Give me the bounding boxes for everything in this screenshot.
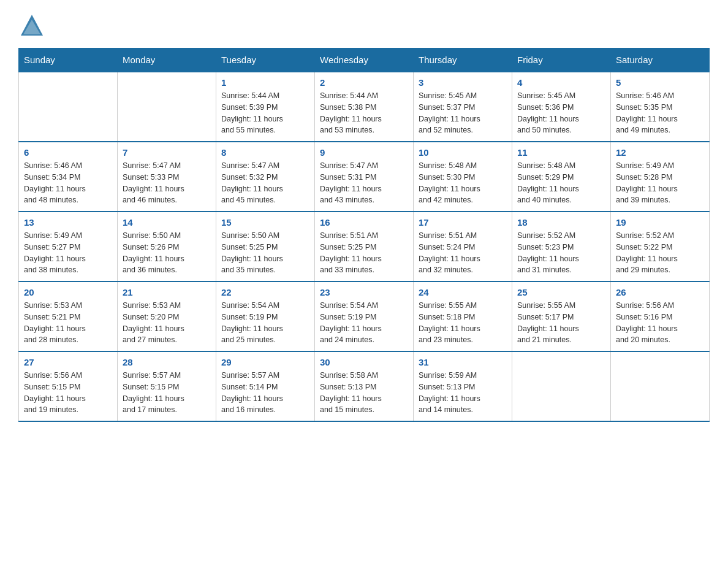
day-number: 19 <box>616 217 704 228</box>
day-number: 24 <box>419 287 507 297</box>
calendar-cell: 22Sunrise: 5:54 AM Sunset: 5:19 PM Dayli… <box>216 282 315 351</box>
calendar-week-2: 6Sunrise: 5:46 AM Sunset: 5:34 PM Daylig… <box>19 142 710 212</box>
day-info: Sunrise: 5:57 AM Sunset: 5:15 PM Dayligh… <box>123 370 211 416</box>
weekday-header-thursday: Thursday <box>414 48 512 72</box>
calendar-cell: 7Sunrise: 5:47 AM Sunset: 5:33 PM Daylig… <box>118 142 216 212</box>
calendar-cell <box>118 72 216 142</box>
calendar-cell <box>19 72 118 142</box>
calendar-cell <box>611 351 710 421</box>
day-number: 4 <box>517 77 605 88</box>
day-info: Sunrise: 5:50 AM Sunset: 5:25 PM Dayligh… <box>221 230 309 276</box>
day-info: Sunrise: 5:45 AM Sunset: 5:37 PM Dayligh… <box>419 90 507 136</box>
calendar-cell: 4Sunrise: 5:45 AM Sunset: 5:36 PM Daylig… <box>512 72 611 142</box>
calendar-cell: 29Sunrise: 5:57 AM Sunset: 5:14 PM Dayli… <box>216 351 315 421</box>
day-number: 8 <box>221 147 309 158</box>
day-number: 13 <box>24 217 112 228</box>
calendar-cell: 30Sunrise: 5:58 AM Sunset: 5:13 PM Dayli… <box>315 351 414 421</box>
calendar-cell: 15Sunrise: 5:50 AM Sunset: 5:25 PM Dayli… <box>216 212 315 282</box>
calendar-cell: 16Sunrise: 5:51 AM Sunset: 5:25 PM Dayli… <box>315 212 414 282</box>
day-info: Sunrise: 5:56 AM Sunset: 5:16 PM Dayligh… <box>616 300 704 346</box>
day-number: 25 <box>517 287 605 297</box>
calendar-week-5: 27Sunrise: 5:56 AM Sunset: 5:15 PM Dayli… <box>19 351 710 421</box>
weekday-header-friday: Friday <box>512 48 611 72</box>
day-number: 3 <box>419 77 507 88</box>
day-number: 12 <box>616 147 704 158</box>
day-info: Sunrise: 5:45 AM Sunset: 5:36 PM Dayligh… <box>517 90 605 136</box>
day-number: 10 <box>419 147 507 158</box>
day-info: Sunrise: 5:49 AM Sunset: 5:28 PM Dayligh… <box>616 160 704 206</box>
day-info: Sunrise: 5:58 AM Sunset: 5:13 PM Dayligh… <box>320 370 408 416</box>
day-number: 9 <box>320 147 408 158</box>
page-header <box>18 12 710 42</box>
calendar-cell: 8Sunrise: 5:47 AM Sunset: 5:32 PM Daylig… <box>216 142 315 212</box>
day-info: Sunrise: 5:53 AM Sunset: 5:20 PM Dayligh… <box>123 300 211 346</box>
day-info: Sunrise: 5:54 AM Sunset: 5:19 PM Dayligh… <box>221 300 309 346</box>
day-info: Sunrise: 5:52 AM Sunset: 5:22 PM Dayligh… <box>616 230 704 276</box>
day-number: 14 <box>123 217 211 228</box>
day-number: 7 <box>123 147 211 158</box>
calendar-cell: 9Sunrise: 5:47 AM Sunset: 5:31 PM Daylig… <box>315 142 414 212</box>
day-number: 23 <box>320 287 408 297</box>
calendar-cell: 23Sunrise: 5:54 AM Sunset: 5:19 PM Dayli… <box>315 282 414 351</box>
calendar-cell: 6Sunrise: 5:46 AM Sunset: 5:34 PM Daylig… <box>19 142 118 212</box>
day-number: 16 <box>320 217 408 228</box>
day-info: Sunrise: 5:48 AM Sunset: 5:29 PM Dayligh… <box>517 160 605 206</box>
weekday-header-monday: Monday <box>118 48 216 72</box>
calendar-cell: 12Sunrise: 5:49 AM Sunset: 5:28 PM Dayli… <box>611 142 710 212</box>
day-info: Sunrise: 5:47 AM Sunset: 5:33 PM Dayligh… <box>123 160 211 206</box>
day-info: Sunrise: 5:51 AM Sunset: 5:25 PM Dayligh… <box>320 230 408 276</box>
day-info: Sunrise: 5:54 AM Sunset: 5:19 PM Dayligh… <box>320 300 408 346</box>
day-number: 6 <box>24 147 112 158</box>
calendar-cell: 14Sunrise: 5:50 AM Sunset: 5:26 PM Dayli… <box>118 212 216 282</box>
calendar-table: SundayMondayTuesdayWednesdayThursdayFrid… <box>18 48 710 422</box>
calendar-cell: 20Sunrise: 5:53 AM Sunset: 5:21 PM Dayli… <box>19 282 118 351</box>
calendar-week-4: 20Sunrise: 5:53 AM Sunset: 5:21 PM Dayli… <box>19 282 710 351</box>
day-number: 22 <box>221 287 309 297</box>
day-info: Sunrise: 5:47 AM Sunset: 5:31 PM Dayligh… <box>320 160 408 206</box>
day-number: 27 <box>24 357 112 367</box>
weekday-header-tuesday: Tuesday <box>216 48 315 72</box>
calendar-cell: 5Sunrise: 5:46 AM Sunset: 5:35 PM Daylig… <box>611 72 710 142</box>
calendar-week-1: 1Sunrise: 5:44 AM Sunset: 5:39 PM Daylig… <box>19 72 710 142</box>
calendar-cell: 27Sunrise: 5:56 AM Sunset: 5:15 PM Dayli… <box>19 351 118 421</box>
calendar-cell: 11Sunrise: 5:48 AM Sunset: 5:29 PM Dayli… <box>512 142 611 212</box>
calendar-cell: 3Sunrise: 5:45 AM Sunset: 5:37 PM Daylig… <box>414 72 512 142</box>
day-number: 29 <box>221 357 309 367</box>
day-info: Sunrise: 5:53 AM Sunset: 5:21 PM Dayligh… <box>24 300 112 346</box>
calendar-cell: 21Sunrise: 5:53 AM Sunset: 5:20 PM Dayli… <box>118 282 216 351</box>
day-info: Sunrise: 5:52 AM Sunset: 5:23 PM Dayligh… <box>517 230 605 276</box>
day-number: 26 <box>616 287 704 297</box>
calendar-cell <box>512 351 611 421</box>
calendar-cell: 19Sunrise: 5:52 AM Sunset: 5:22 PM Dayli… <box>611 212 710 282</box>
day-info: Sunrise: 5:56 AM Sunset: 5:15 PM Dayligh… <box>24 370 112 416</box>
day-info: Sunrise: 5:46 AM Sunset: 5:35 PM Dayligh… <box>616 90 704 136</box>
logo-icon <box>18 12 45 39</box>
day-number: 11 <box>517 147 605 158</box>
day-number: 21 <box>123 287 211 297</box>
logo <box>18 12 48 42</box>
day-number: 15 <box>221 217 309 228</box>
day-info: Sunrise: 5:44 AM Sunset: 5:38 PM Dayligh… <box>320 90 408 136</box>
day-number: 2 <box>320 77 408 88</box>
day-info: Sunrise: 5:57 AM Sunset: 5:14 PM Dayligh… <box>221 370 309 416</box>
calendar-cell: 25Sunrise: 5:55 AM Sunset: 5:17 PM Dayli… <box>512 282 611 351</box>
calendar-cell: 24Sunrise: 5:55 AM Sunset: 5:18 PM Dayli… <box>414 282 512 351</box>
calendar-cell: 26Sunrise: 5:56 AM Sunset: 5:16 PM Dayli… <box>611 282 710 351</box>
day-info: Sunrise: 5:44 AM Sunset: 5:39 PM Dayligh… <box>221 90 309 136</box>
calendar-cell: 31Sunrise: 5:59 AM Sunset: 5:13 PM Dayli… <box>414 351 512 421</box>
calendar-cell: 10Sunrise: 5:48 AM Sunset: 5:30 PM Dayli… <box>414 142 512 212</box>
weekday-header-sunday: Sunday <box>19 48 118 72</box>
day-info: Sunrise: 5:50 AM Sunset: 5:26 PM Dayligh… <box>123 230 211 276</box>
day-info: Sunrise: 5:55 AM Sunset: 5:18 PM Dayligh… <box>419 300 507 346</box>
day-info: Sunrise: 5:49 AM Sunset: 5:27 PM Dayligh… <box>24 230 112 276</box>
day-info: Sunrise: 5:51 AM Sunset: 5:24 PM Dayligh… <box>419 230 507 276</box>
calendar-cell: 17Sunrise: 5:51 AM Sunset: 5:24 PM Dayli… <box>414 212 512 282</box>
weekday-header-wednesday: Wednesday <box>315 48 414 72</box>
day-number: 20 <box>24 287 112 297</box>
weekday-header-saturday: Saturday <box>611 48 710 72</box>
day-number: 1 <box>221 77 309 88</box>
day-number: 30 <box>320 357 408 367</box>
day-number: 5 <box>616 77 704 88</box>
calendar-cell: 18Sunrise: 5:52 AM Sunset: 5:23 PM Dayli… <box>512 212 611 282</box>
calendar-header-row: SundayMondayTuesdayWednesdayThursdayFrid… <box>19 48 710 72</box>
